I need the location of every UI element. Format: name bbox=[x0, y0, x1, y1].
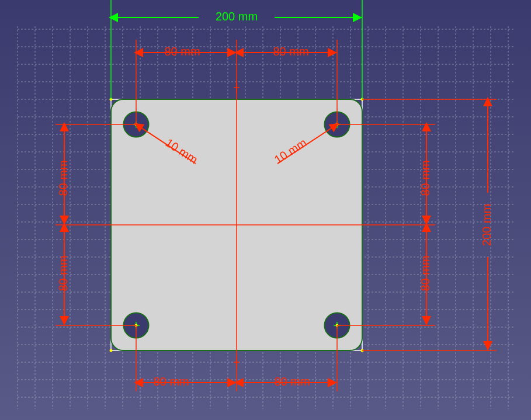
dim-right-80-upper-label: 80 mm bbox=[419, 160, 432, 196]
cad-sketch-canvas[interactable]: 200 mm 200 mm 80 mm 80 mm 80 mm 80 mm bbox=[0, 0, 531, 420]
dim-bottom-80-right-label: 80 mm bbox=[274, 375, 310, 388]
dim-left-80-lower-label: 80 mm bbox=[57, 255, 70, 291]
dim-top-80-right-label: 80 mm bbox=[273, 45, 308, 58]
dim-right-overall-label: 200 mm bbox=[480, 204, 493, 246]
dim-top-80-left-label: 80 mm bbox=[164, 45, 200, 58]
dim-top-overall-label: 200 mm bbox=[216, 10, 258, 23]
svg-point-62 bbox=[110, 349, 113, 352]
dim-bottom-80-left-label: 80 mm bbox=[153, 375, 189, 388]
dim-right-80-lower-label: 80 mm bbox=[419, 255, 432, 291]
dim-left-80-upper-label: 80 mm bbox=[57, 160, 70, 196]
